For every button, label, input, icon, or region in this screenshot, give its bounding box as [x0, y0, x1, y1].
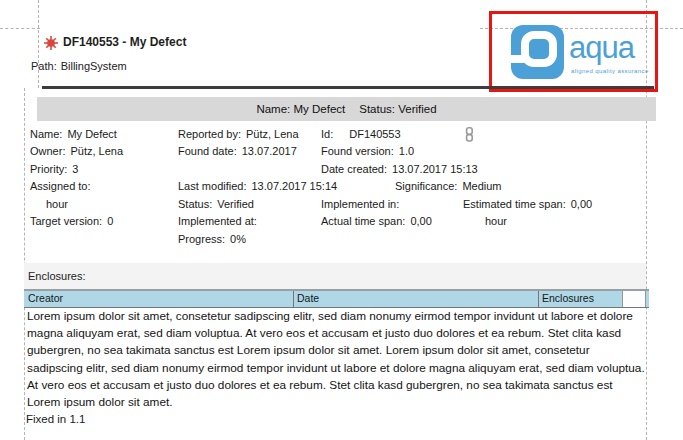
field-progress: Progress:0% — [178, 233, 246, 245]
field-assigned-to-unit: hour — [46, 198, 68, 210]
field-significance: Significance:Medium — [395, 180, 502, 192]
title-bar-status: Status: Verified — [359, 103, 436, 115]
column-separator — [538, 291, 539, 307]
column-separator — [293, 291, 294, 307]
description-text: Lorem ipsum dolor sit amet, consetetur s… — [27, 308, 647, 411]
field-estimated-time-span-unit: hour — [485, 215, 507, 227]
defect-title: DF140553 - My Defect — [63, 35, 186, 49]
margin-guide-left-top — [38, 0, 39, 88]
field-implemented-in: Implemented in: — [321, 198, 404, 210]
enclosures-section-band: Enclosures: — [24, 263, 646, 290]
column-header-date: Date — [297, 292, 319, 304]
field-target-version: Target version:0 — [30, 215, 113, 227]
field-last-modified: Last modified:13.07.2017 15:14 — [178, 180, 337, 192]
field-estimated-time-span: Estimated time span:0,00 — [463, 198, 592, 210]
field-priority: Priority:3 — [30, 163, 78, 175]
enclosures-table-header: Creator Date Enclosures — [24, 289, 649, 308]
title-bar-name: Name: My Defect — [256, 103, 345, 115]
field-found-date: Found date:13.07.2017 — [178, 145, 297, 157]
enclosures-section-label: Enclosures: — [28, 270, 85, 282]
field-name: Name:My Defect — [30, 128, 117, 140]
path-label: Path: — [31, 60, 57, 72]
column-header-creator: Creator — [28, 292, 63, 304]
header-divider-line — [42, 86, 654, 89]
field-status: Status:Verified — [178, 198, 254, 210]
attachment-icon — [465, 127, 474, 142]
field-implemented-at: Implemented at: — [178, 215, 262, 227]
path-value: BillingSystem — [61, 60, 127, 72]
field-found-version: Found version:1.0 — [321, 145, 414, 157]
defect-path: Path:BillingSystem — [31, 60, 127, 72]
defect-report-preview: DF140553 - My Defect Path:BillingSystem … — [0, 0, 683, 440]
fixed-in-note: Fixed in 1.1 — [26, 413, 85, 425]
field-assigned-to: Assigned to: — [30, 180, 96, 192]
field-date-created: Date created:13.07.2017 15:13 — [321, 163, 478, 175]
header-empty-cell — [622, 291, 646, 307]
field-reported-by: Reported by:Pütz, Lena — [178, 128, 299, 140]
bug-icon — [44, 36, 58, 50]
field-actual-time-span: Actual time span:0,00 — [321, 215, 432, 227]
column-header-enclosures: Enclosures — [542, 292, 594, 304]
field-id: Id:DF140553 — [321, 128, 401, 140]
red-highlight-rectangle — [489, 11, 658, 92]
report-title-bar: Name: My Defect Status: Verified — [37, 97, 656, 121]
margin-guide-top-left — [0, 28, 40, 29]
field-owner: Owner:Pütz, Lena — [30, 145, 123, 157]
